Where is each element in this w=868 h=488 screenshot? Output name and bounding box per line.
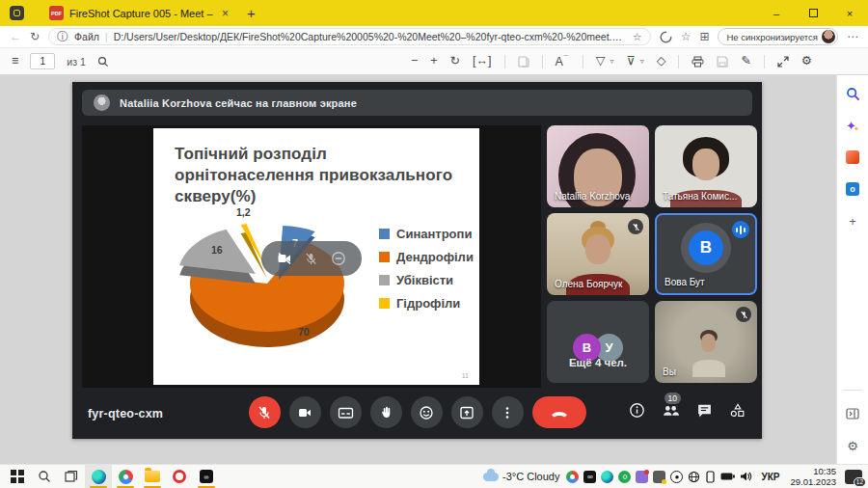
taskbar-opera-button[interactable] <box>166 465 193 488</box>
sidebar-add-icon[interactable]: + <box>844 212 861 230</box>
chat-icon <box>696 402 713 419</box>
profile-avatar <box>822 30 835 43</box>
notification-count-badge: 12 <box>854 477 866 487</box>
present-button[interactable] <box>451 396 483 428</box>
pie-label-ubiquists: 16 <box>211 244 223 256</box>
weather-label: -3°C Cloudy <box>502 471 559 482</box>
participant-tile-olena[interactable]: Олена Боярчук <box>547 213 649 295</box>
taskbar-search-button[interactable] <box>31 465 58 488</box>
chrome-icon <box>119 470 133 484</box>
captions-button[interactable] <box>330 396 362 428</box>
draw-chevron-icon[interactable]: ▿ <box>610 57 613 66</box>
collections-icon[interactable]: ⊞ <box>699 30 709 43</box>
chat-button[interactable] <box>696 402 713 419</box>
info-icon[interactable]: ⓘ <box>57 29 68 45</box>
highlight-chevron-icon[interactable]: ▿ <box>640 57 644 66</box>
maximize-button[interactable] <box>795 0 831 26</box>
tray-antivirus-icon[interactable]: 0 <box>618 471 631 483</box>
taskbar-edge-button[interactable] <box>85 465 112 488</box>
highlight-icon[interactable]: ⊽ <box>627 55 636 68</box>
tray-network-icon[interactable] <box>688 471 700 483</box>
browser-tab[interactable]: PDF FireShot Capture 005 - Meet – fy × <box>38 0 237 26</box>
page-number-input[interactable]: 1 <box>30 53 55 69</box>
pdf-settings-icon[interactable]: ⚙ <box>801 55 812 68</box>
sidebar-divider <box>843 390 862 391</box>
workspaces-icon[interactable] <box>10 6 24 20</box>
reactions-button[interactable] <box>411 396 443 428</box>
tray-volume-icon[interactable] <box>740 471 752 482</box>
back-icon[interactable]: ← <box>10 30 21 43</box>
read-aloud-icon[interactable]: A⌒ <box>556 55 570 68</box>
save-as-icon[interactable]: ✎ <box>741 55 750 68</box>
participant-tile-tatyana[interactable]: Татьяна Комис... <box>655 125 757 207</box>
do-not-disturb-icon[interactable] <box>331 251 346 266</box>
tray-record-icon[interactable]: ● <box>670 471 683 483</box>
sidebar-outlook-icon[interactable]: o <box>844 180 861 198</box>
fit-to-width-icon[interactable]: [↔] <box>473 55 491 68</box>
more-options-button[interactable] <box>492 396 524 428</box>
new-tab-button[interactable]: + <box>247 5 256 21</box>
language-indicator[interactable]: УКР <box>759 472 781 482</box>
tray-phone-icon[interactable] <box>705 471 716 483</box>
tray-audio-warning-icon[interactable] <box>653 471 665 483</box>
favorite-star-icon[interactable]: ☆ <box>633 31 642 43</box>
search-document-icon[interactable] <box>97 56 109 68</box>
print-icon[interactable] <box>692 56 704 68</box>
participant-photo <box>701 334 716 352</box>
participants-count-badge: 10 <box>665 393 681 404</box>
tray-update-icon[interactable] <box>636 471 648 483</box>
erase-icon[interactable]: ◇ <box>657 55 666 68</box>
self-view-tile[interactable]: Вы <box>655 301 757 383</box>
page-count-label: из 1 <box>67 56 85 68</box>
profile-button[interactable]: Не синхронизируется <box>718 28 838 45</box>
participants-button[interactable]: 10 <box>662 402 680 419</box>
minimize-button[interactable]: – <box>758 0 795 26</box>
taskbar-explorer-button[interactable] <box>139 465 166 488</box>
address-field[interactable]: ⓘ Файл | D:/Users/User/Desktop/ДЕК/FireS… <box>48 28 651 45</box>
sidebar-copilot-icon[interactable]: ✦✦ <box>844 117 861 134</box>
weather-widget[interactable]: -3°C Cloudy <box>483 471 559 482</box>
refresh-icon[interactable]: ↻ <box>30 30 40 43</box>
zoom-in-icon[interactable]: + <box>430 55 437 68</box>
tray-edge-icon[interactable] <box>601 471 613 483</box>
pdf-file-icon: PDF <box>49 6 64 20</box>
contents-icon[interactable]: ≡ <box>12 55 18 68</box>
start-button[interactable] <box>4 465 31 488</box>
mic-off-icon[interactable] <box>304 252 318 266</box>
clock-widget[interactable]: 10:35 29.01.2023 <box>788 466 838 488</box>
taskbar-capcut-button[interactable]: ∞ <box>193 465 220 488</box>
action-center-button[interactable]: 12 <box>845 470 862 484</box>
more-menu-icon[interactable]: ⋯ <box>847 30 858 43</box>
sidebar-settings-icon[interactable]: ⚙ <box>844 437 861 454</box>
sidebar-office-icon[interactable] <box>844 149 861 166</box>
tray-capcut-icon[interactable]: ∞ <box>583 471 596 483</box>
rotate-icon[interactable]: ↻ <box>450 55 460 68</box>
zoom-out-icon[interactable]: − <box>411 55 418 68</box>
participant-tile-nataliia[interactable]: Nataliia Korzhova <box>547 125 649 207</box>
activities-button[interactable] <box>729 402 746 419</box>
legend-label: Синантропи <box>396 227 472 241</box>
more-participants-tile[interactable]: В У Ещё 4 чел. <box>547 301 649 383</box>
mic-toggle-button[interactable] <box>249 396 281 428</box>
tray-chrome-icon[interactable] <box>566 471 579 483</box>
tab-close-icon[interactable]: × <box>222 7 229 20</box>
meeting-details-button[interactable] <box>629 402 645 419</box>
captions-icon <box>338 405 354 420</box>
participant-name: Вова Бут <box>665 277 705 287</box>
end-call-button[interactable] <box>532 396 586 428</box>
favorites-bar-icon[interactable]: ☆ <box>681 30 692 43</box>
scheme-label: Файл <box>74 31 99 42</box>
raise-hand-button[interactable] <box>370 396 402 428</box>
sidebar-search-icon[interactable] <box>844 85 861 102</box>
taskbar-chrome-button[interactable] <box>112 465 139 488</box>
camera-off-icon[interactable] <box>277 251 292 266</box>
participant-tile-vova[interactable]: В Вова Бут <box>655 213 757 295</box>
fullscreen-icon[interactable] <box>777 56 789 68</box>
task-view-button[interactable] <box>58 465 85 488</box>
close-button[interactable]: × <box>831 0 868 26</box>
tracking-prevention-icon[interactable] <box>660 31 672 43</box>
sidebar-panel-icon[interactable] <box>844 405 861 422</box>
camera-toggle-button[interactable] <box>289 396 321 428</box>
tray-battery-icon[interactable] <box>720 472 735 481</box>
draw-icon[interactable]: ▽ <box>596 55 606 68</box>
